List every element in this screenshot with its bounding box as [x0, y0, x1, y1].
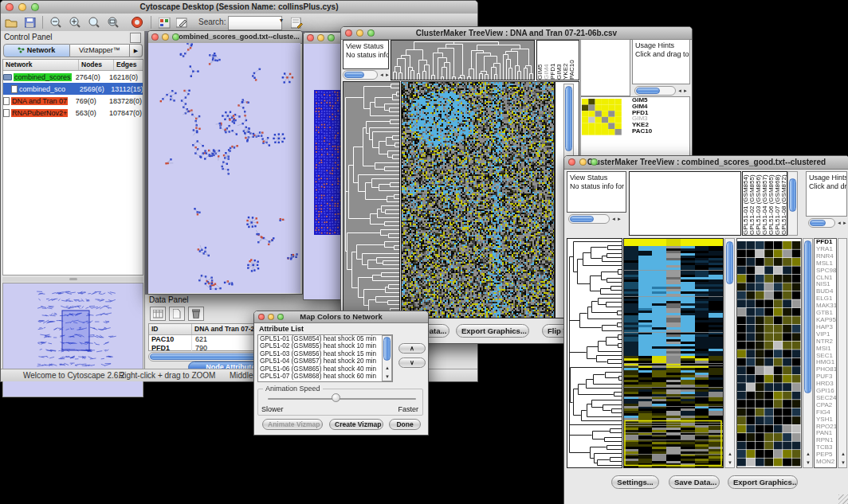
scroll-arrows-icon[interactable]: ◄►	[677, 87, 689, 95]
annotation-icon[interactable]	[175, 16, 189, 29]
speed-slider-thumb[interactable]	[332, 393, 340, 402]
close-button[interactable]	[345, 29, 352, 37]
scroll-up-icon[interactable]: ▲	[841, 450, 846, 458]
scroll-arrows-icon[interactable]: ◄►	[379, 71, 391, 79]
export-graphics-button[interactable]: Export Graphics...	[456, 324, 529, 338]
gene-label[interactable]: MON2	[816, 459, 836, 466]
treeview2-gene-tree[interactable]	[567, 238, 622, 468]
treeview2-status-scrollbar[interactable]	[568, 214, 610, 224]
tab-network[interactable]: Network	[3, 44, 70, 57]
vizmapper-icon[interactable]	[157, 16, 171, 29]
zoom-in-icon[interactable]	[68, 16, 82, 29]
speed-slider-track[interactable]	[268, 398, 416, 400]
resize-grip[interactable]	[838, 494, 848, 504]
scroll-down-icon[interactable]: ▼	[728, 459, 733, 467]
network-table-row[interactable]: combined_scores2764(0)16218(0)	[3, 71, 143, 83]
help-lifering-icon[interactable]	[130, 16, 144, 29]
minimize-button[interactable]	[162, 33, 169, 41]
export-graphics-button[interactable]: Export Graphics...	[728, 475, 798, 489]
scroll-down-icon[interactable]: ▼	[385, 373, 391, 381]
zoom-selected-icon[interactable]	[87, 16, 101, 29]
zoom-button[interactable]	[367, 29, 375, 37]
scroll-down-icon[interactable]: ▼	[841, 459, 846, 467]
attribute-list-item[interactable]: GPL51-01 (GSM854) heat shock 05 min	[258, 335, 392, 342]
float-panel-icon[interactable]	[130, 33, 141, 43]
treeview2-genelist-scrollbar[interactable]: ▲ ▼	[838, 238, 847, 468]
scroll-arrows-icon[interactable]: ◄►	[611, 215, 622, 223]
treeview2-zoom-view[interactable]	[736, 238, 802, 468]
zoom-fit-icon[interactable]	[106, 16, 120, 29]
minimize-button[interactable]	[268, 314, 274, 320]
delete-attribute-icon[interactable]	[188, 307, 204, 321]
close-button[interactable]	[151, 33, 159, 41]
animate-vizmap-button[interactable]: Animate Vizmap	[262, 419, 323, 430]
zoom-out-icon[interactable]	[49, 16, 63, 29]
treeview2-heatmap-vscrollbar[interactable]: ▲ ▼	[724, 238, 735, 468]
attribute-list-item[interactable]: GPL51-03 (GSM856) heat shock 15 min	[258, 350, 392, 357]
attribute-list-item[interactable]: GPL51-04 (GSM857) heat shock 20 min	[258, 357, 392, 365]
column-label[interactable]: PAC10	[569, 41, 575, 80]
select-attributes-icon[interactable]	[150, 307, 166, 321]
save-icon[interactable]	[23, 16, 37, 29]
move-up-button[interactable]: ∧	[398, 343, 426, 354]
scroll-down-icon[interactable]: ▼	[806, 459, 811, 467]
network-table-row[interactable]: combined_sco2569(6)13112(15)	[3, 83, 143, 95]
treeview2-collabel-scrollbar[interactable]	[787, 171, 799, 236]
new-attribute-icon[interactable]	[169, 307, 185, 321]
main-titlebar[interactable]: Cytoscape Desktop (Session Name: collins…	[1, 1, 477, 14]
close-button[interactable]	[307, 34, 314, 41]
close-button[interactable]	[568, 158, 575, 166]
minimize-button[interactable]	[579, 158, 587, 166]
zoom-button[interactable]	[277, 314, 284, 320]
tab-overflow-button[interactable]: ▶	[130, 44, 143, 57]
treeview1-hints-scrollbar[interactable]	[634, 86, 676, 96]
column-label[interactable]: GPL51-08 (GSM872)	[781, 172, 787, 235]
treeview1-gene-tree[interactable]	[343, 81, 400, 318]
treeview1-zoom-heatmap[interactable]	[582, 99, 622, 135]
minimize-button[interactable]	[317, 34, 324, 41]
attribute-list-item[interactable]: GPL51-07 (GSM868) heat shock 60 min	[258, 373, 392, 380]
panel-splitter[interactable]	[2, 277, 143, 282]
attribute-list-scrollbar[interactable]: ▲ ▼	[382, 335, 392, 381]
close-button[interactable]	[6, 3, 14, 11]
save-data-button[interactable]: Save Data...	[669, 475, 720, 489]
search-dropdown-icon[interactable]: ▾	[280, 17, 283, 24]
create-vizmap-button[interactable]: Create Vizmap	[329, 419, 383, 430]
row-label[interactable]: PAC10	[632, 128, 652, 135]
treeview1-array-tree[interactable]	[391, 40, 535, 80]
treeview2-zoom-vscrollbar[interactable]: ▲ ▼	[803, 238, 813, 468]
scroll-up-icon[interactable]: ▲	[728, 450, 733, 458]
report-icon[interactable]	[289, 16, 304, 29]
close-button[interactable]	[258, 314, 265, 320]
move-down-button[interactable]: ∨	[398, 357, 426, 368]
zoom-button[interactable]	[328, 34, 335, 41]
search-input[interactable]	[228, 16, 282, 30]
scroll-up-icon[interactable]: ▲	[806, 450, 811, 458]
treeview2-usage-hints: Usage HintsClick and drag to select.	[806, 171, 847, 217]
treeview2-array-tree[interactable]	[629, 171, 741, 236]
scroll-up-icon[interactable]: ▲	[385, 364, 391, 372]
network-table-row[interactable]: RNAPuberNov2+563(0)107847(0)	[3, 107, 143, 119]
network-table-header[interactable]: Network Nodes Edges	[3, 60, 143, 71]
open-file-icon[interactable]	[4, 16, 18, 29]
dialog-title: Map Colors to Network	[300, 312, 382, 321]
attribute-list[interactable]: GPL51-01 (GSM854) heat shock 05 minGPL51…	[257, 334, 393, 382]
network-canvas[interactable]	[148, 43, 300, 293]
minimize-button[interactable]	[18, 3, 26, 11]
treeview2-global-heatmap[interactable]	[623, 238, 724, 468]
settings-button[interactable]: Settings...	[611, 475, 659, 489]
done-button[interactable]: Done	[389, 419, 421, 430]
zoom-button[interactable]	[172, 33, 179, 41]
network-table-row[interactable]: DNA and Tran 07769(0)183728(0)	[3, 95, 143, 107]
tab-vizmapper[interactable]: VizMapper™	[70, 44, 130, 57]
attribute-list-item[interactable]: GPL51-02 (GSM855) heat shock 10 min	[258, 342, 392, 350]
attribute-list-item[interactable]: GPL51-06 (GSM865) heat shock 40 min	[258, 365, 392, 373]
minimize-button[interactable]	[356, 29, 363, 37]
scroll-arrows-icon[interactable]: ◄►	[837, 219, 848, 227]
treeview1-global-heatmap[interactable]	[401, 81, 555, 318]
gene-id: PAC10	[149, 335, 192, 344]
zoom-button[interactable]	[31, 3, 39, 11]
treeview1-status-scrollbar[interactable]	[343, 70, 378, 80]
zoom-button[interactable]	[591, 158, 598, 166]
treeview2-hints-scrollbar[interactable]	[808, 218, 835, 228]
